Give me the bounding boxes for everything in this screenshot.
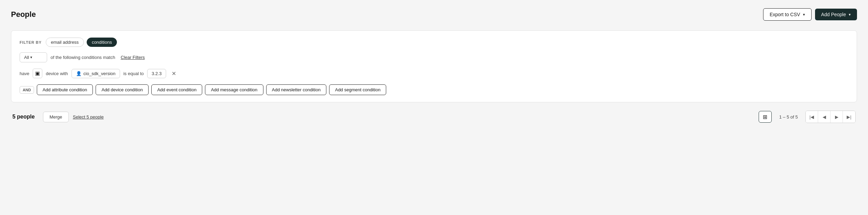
remove-condition-button[interactable]: ✕ (170, 70, 178, 78)
condition-value[interactable]: 3.2.3 (147, 69, 166, 78)
last-page-icon: ▶| (847, 114, 851, 120)
pagination-controls: |◀ ◀ ▶ ▶| (805, 111, 856, 123)
prev-page-button[interactable]: ◀ (818, 111, 831, 123)
left-bottom: 5 people Merge Select 5 people (12, 112, 104, 122)
chevron-down-icon: ▾ (803, 12, 805, 17)
people-count: 5 people (12, 114, 35, 120)
select-people-link[interactable]: Select 5 people (73, 114, 104, 120)
last-page-button[interactable]: ▶| (843, 111, 855, 123)
filter-by-row: FILTER BY email address conditions (20, 38, 848, 47)
device-icon: ▣ (33, 69, 42, 78)
attribute-badge[interactable]: 👤 cio_sdk_version (72, 69, 120, 78)
chevron-down-icon: ▾ (30, 55, 32, 60)
add-message-condition-button[interactable]: Add message condition (205, 84, 263, 95)
add-segment-condition-button[interactable]: Add segment condition (329, 84, 386, 95)
next-page-icon: ▶ (835, 114, 838, 120)
add-conditions-row: AND Add attribute condition Add device c… (20, 84, 848, 95)
have-label: have (20, 71, 29, 76)
device-with-label: device with (46, 71, 68, 76)
and-badge: AND (20, 86, 34, 94)
conditions-row: All ▾ of the following conditions match … (20, 52, 848, 62)
header-buttons: Export to CSV ▾ Add People ▾ (763, 8, 857, 21)
add-people-button[interactable]: Add People ▾ (815, 9, 857, 20)
next-page-button[interactable]: ▶ (831, 111, 843, 123)
pagination-text: 1 – 5 of 5 (774, 114, 803, 120)
export-csv-label: Export to CSV (770, 12, 800, 17)
clear-filters-link[interactable]: Clear Filters (121, 55, 145, 60)
merge-button[interactable]: Merge (43, 112, 69, 122)
grid-icon: ⊞ (763, 114, 767, 120)
first-page-icon: |◀ (810, 114, 814, 120)
attribute-name: cio_sdk_version (84, 71, 116, 76)
prev-page-icon: ◀ (823, 114, 826, 120)
add-event-condition-button[interactable]: Add event condition (151, 84, 202, 95)
conditions-match-text: of the following conditions match (51, 55, 115, 60)
page-title: People (11, 10, 36, 19)
bottom-row: 5 people Merge Select 5 people ⊞ 1 – 5 o… (11, 111, 857, 123)
add-newsletter-condition-button[interactable]: Add newsletter condition (266, 84, 327, 95)
filter-by-label: FILTER BY (20, 40, 42, 44)
filter-tab-conditions[interactable]: conditions (87, 38, 117, 47)
equals-label: is equal to (123, 71, 144, 76)
all-select-label: All (24, 55, 29, 60)
add-people-label: Add People (821, 12, 846, 17)
add-attribute-condition-button[interactable]: Add attribute condition (37, 84, 93, 95)
right-bottom: ⊞ 1 – 5 of 5 |◀ ◀ ▶ ▶| (759, 111, 856, 123)
chevron-down-icon: ▾ (849, 12, 851, 17)
all-select-dropdown[interactable]: All ▾ (20, 52, 47, 62)
filter-section: FILTER BY email address conditions All ▾… (11, 30, 857, 102)
export-csv-button[interactable]: Export to CSV ▾ (763, 8, 812, 21)
first-page-button[interactable]: |◀ (806, 111, 818, 123)
grid-view-button[interactable]: ⊞ (759, 111, 772, 123)
filter-tab-email[interactable]: email address (46, 38, 84, 47)
condition-item-row: have ▣ device with 👤 cio_sdk_version is … (20, 69, 848, 78)
person-icon: 👤 (76, 71, 82, 76)
page-header: People Export to CSV ▾ Add People ▾ (11, 8, 857, 21)
add-device-condition-button[interactable]: Add device condition (96, 84, 149, 95)
